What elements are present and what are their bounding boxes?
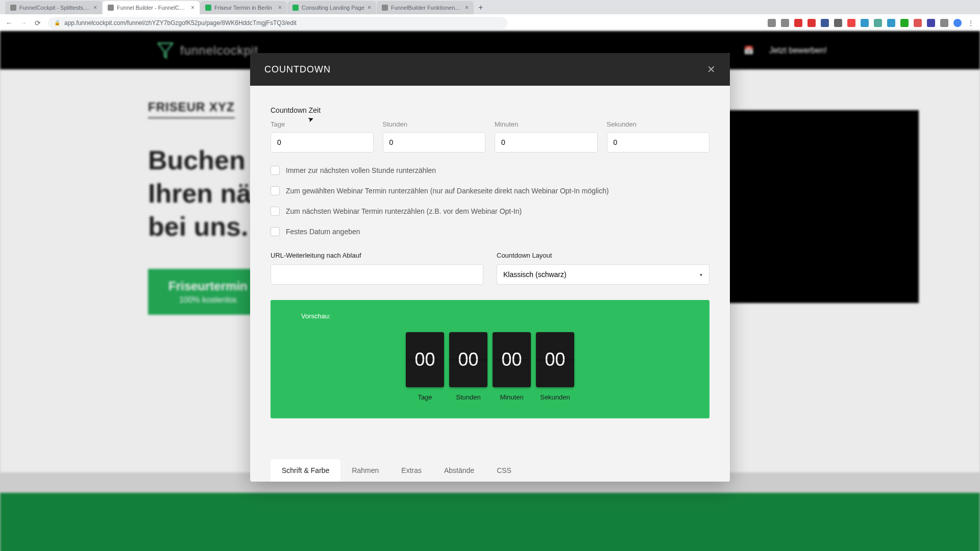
- reload-button[interactable]: ⟳: [34, 19, 42, 27]
- time-col-days: Tage: [271, 120, 374, 153]
- section-label: Countdown Zeit: [271, 106, 709, 114]
- preview-label: Vorschau:: [301, 312, 679, 320]
- seconds-input[interactable]: [607, 132, 710, 153]
- extension-icon[interactable]: [914, 19, 922, 27]
- extension-icon[interactable]: [887, 19, 895, 27]
- modal-body: Countdown Zeit Tage Stunden Minuten Seku…: [250, 86, 730, 418]
- style-tabs: Schrift & Farbe Rahmen Extras Abstände C…: [250, 459, 730, 482]
- countdown-caption: Sekunden: [536, 393, 574, 401]
- tab-spacing[interactable]: Abstände: [433, 459, 485, 482]
- countdown-tile: 00: [449, 332, 487, 387]
- extension-icon[interactable]: [940, 19, 948, 27]
- days-label: Tage: [271, 120, 374, 128]
- extension-icon[interactable]: [821, 19, 829, 27]
- new-tab-button[interactable]: +: [474, 1, 487, 14]
- countdown-tile: 00: [493, 332, 531, 387]
- forward-button[interactable]: →: [19, 19, 28, 27]
- tab-title: FunnelCockpit - Splittests, Ma: [19, 5, 90, 11]
- checkbox-row-next-webinar[interactable]: Zum nächsten Webinar Termin runterzählen…: [271, 207, 709, 216]
- countdown-caption: Minuten: [493, 393, 531, 401]
- minutes-label: Minuten: [495, 120, 598, 128]
- hours-input[interactable]: [383, 132, 486, 153]
- tab-font-color[interactable]: Schrift & Farbe: [271, 459, 340, 482]
- countdown-tile: 00: [406, 332, 444, 387]
- extension-icon[interactable]: [768, 19, 776, 27]
- two-col-row: URL-Weiterleitung nach Ablauf Countdown …: [271, 252, 709, 285]
- extension-icon[interactable]: [861, 19, 869, 27]
- extension-icon[interactable]: [927, 19, 935, 27]
- tab-css[interactable]: CSS: [485, 459, 523, 482]
- menu-icon[interactable]: ⋮: [967, 19, 975, 27]
- favicon-icon: [10, 5, 16, 11]
- checkbox-row-fixed-date[interactable]: Festes Datum angeben: [271, 227, 709, 236]
- browser-toolbar: ← → ⟳ 🔒 app.funnelcockpit.com/funnel/zhY…: [0, 14, 980, 31]
- checkbox-label: Festes Datum angeben: [286, 228, 360, 236]
- time-row: Tage Stunden Minuten Sekunden: [271, 120, 709, 153]
- layout-col: Countdown Layout ▾: [497, 252, 709, 285]
- extension-icon[interactable]: [900, 19, 909, 27]
- layout-label: Countdown Layout: [497, 252, 709, 259]
- checkbox-label: Immer zur nächsten vollen Stunde runterz…: [286, 166, 436, 174]
- tab-strip: FunnelCockpit - Splittests, Ma× Funnel B…: [0, 0, 980, 14]
- browser-chrome: FunnelCockpit - Splittests, Ma× Funnel B…: [0, 0, 980, 31]
- countdown-modal: COUNTDOWN ✕ Countdown Zeit Tage Stunden …: [250, 53, 730, 482]
- browser-tab[interactable]: FunnelBuilder Funktionen & El×: [377, 1, 474, 14]
- hours-label: Stunden: [383, 120, 486, 128]
- countdown-days: 00 Tage: [406, 332, 444, 401]
- countdown-minutes: 00 Minuten: [493, 332, 531, 401]
- favicon-icon: [205, 5, 211, 11]
- tab-extras[interactable]: Extras: [390, 459, 433, 482]
- profile-icon[interactable]: [953, 19, 962, 27]
- extension-icon[interactable]: [847, 19, 855, 27]
- favicon-icon: [382, 5, 388, 11]
- extension-icon[interactable]: [794, 19, 802, 27]
- favicon-icon: [108, 5, 114, 11]
- tab-close-icon[interactable]: ×: [368, 4, 371, 11]
- tab-close-icon[interactable]: ×: [93, 4, 97, 11]
- modal-title: COUNTDOWN: [264, 64, 331, 75]
- browser-tab-active[interactable]: Funnel Builder - FunnelCockpit×: [103, 1, 200, 14]
- time-col-minutes: Minuten: [495, 120, 598, 153]
- browser-tab[interactable]: Friseur Termin in Berlin×: [200, 1, 287, 14]
- checkbox-label: Zum gewählten Webinar Termin runterzähle…: [286, 187, 609, 195]
- url-text: app.funnelcockpit.com/funnel/zhYZY7bGzgo…: [64, 19, 297, 27]
- tab-close-icon[interactable]: ×: [465, 4, 469, 11]
- close-icon[interactable]: ✕: [707, 63, 716, 76]
- layout-select-wrap: ▾: [497, 264, 709, 285]
- countdown-caption: Stunden: [449, 393, 487, 401]
- checkbox[interactable]: [271, 227, 280, 236]
- countdown-seconds: 00 Sekunden: [536, 332, 574, 401]
- time-col-hours: Stunden: [383, 120, 486, 153]
- extension-icon[interactable]: [874, 19, 882, 27]
- url-bar[interactable]: 🔒 app.funnelcockpit.com/funnel/zhYZY7bGz…: [48, 17, 507, 29]
- url-redirect-input[interactable]: [271, 264, 483, 285]
- checkbox[interactable]: [271, 207, 280, 216]
- url-redirect-label: URL-Weiterleitung nach Ablauf: [271, 252, 483, 259]
- countdown-tile: 00: [536, 332, 574, 387]
- tab-border[interactable]: Rahmen: [340, 459, 390, 482]
- countdown-caption: Tage: [406, 393, 444, 401]
- extension-icon[interactable]: [781, 19, 789, 27]
- minutes-input[interactable]: [495, 132, 598, 153]
- back-button[interactable]: ←: [5, 19, 13, 27]
- url-redirect-col: URL-Weiterleitung nach Ablauf: [271, 252, 483, 285]
- lock-icon: 🔒: [54, 20, 60, 26]
- checkbox[interactable]: [271, 166, 280, 175]
- checkbox-row-webinar-selected[interactable]: Zum gewählten Webinar Termin runterzähle…: [271, 186, 709, 195]
- time-col-seconds: Sekunden: [607, 120, 710, 153]
- checkbox-row-full-hour[interactable]: Immer zur nächsten vollen Stunde runterz…: [271, 166, 709, 175]
- extension-icon[interactable]: [834, 19, 842, 27]
- countdown-hours: 00 Stunden: [449, 332, 487, 401]
- extension-icon[interactable]: [807, 19, 816, 27]
- tab-title: Consulting Landing Page: [302, 5, 364, 11]
- days-input[interactable]: [271, 132, 374, 153]
- checkbox[interactable]: [271, 186, 280, 195]
- layout-select[interactable]: [497, 264, 709, 285]
- countdown-row: 00 Tage 00 Stunden 00 Minuten 00 Sekunde…: [301, 332, 679, 401]
- tab-close-icon[interactable]: ×: [191, 4, 194, 11]
- browser-tab[interactable]: Consulting Landing Page×: [287, 1, 376, 14]
- favicon-icon: [292, 5, 299, 11]
- tab-title: Friseur Termin in Berlin: [214, 5, 275, 11]
- tab-close-icon[interactable]: ×: [278, 4, 282, 11]
- browser-tab[interactable]: FunnelCockpit - Splittests, Ma×: [5, 1, 102, 14]
